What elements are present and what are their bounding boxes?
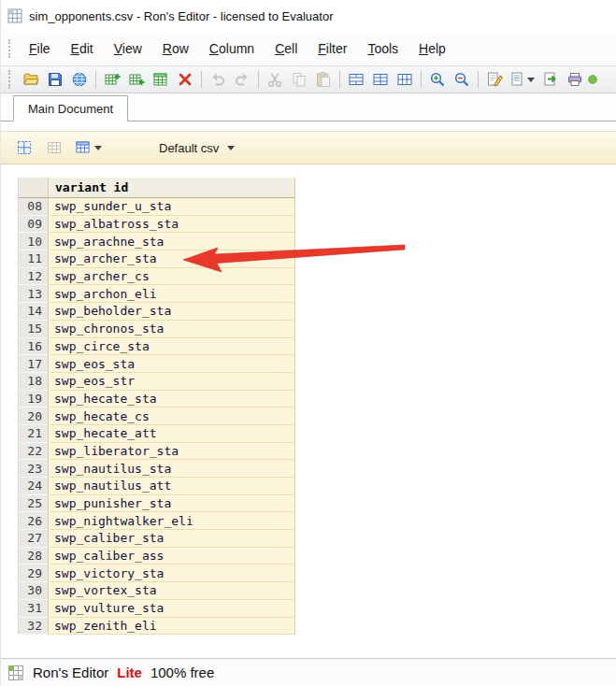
save-button[interactable] (43, 68, 67, 91)
insert-row-below-button[interactable] (124, 68, 149, 91)
overflow-partial-icon (587, 71, 598, 88)
menu-item-column[interactable]: Column (199, 38, 265, 59)
grid-corner-cell[interactable] (18, 178, 48, 198)
split-cells-button[interactable] (368, 68, 393, 91)
menu-item-tools[interactable]: Tools (357, 38, 408, 59)
menu-item-view[interactable]: View (104, 38, 152, 59)
variant-id-cell[interactable]: swp_hecate_sta (48, 391, 295, 408)
variant-id-cell[interactable]: swp_beholder_sta (48, 303, 295, 321)
variant-id-cell[interactable]: swp_sunder_u_sta (48, 198, 295, 216)
publish-button[interactable] (67, 68, 92, 91)
row-number-cell[interactable]: 27 (18, 530, 48, 548)
insert-column-button[interactable] (149, 68, 173, 91)
delete-rows-button[interactable] (173, 68, 197, 91)
variant-id-cell[interactable]: swp_punisher_sta (48, 495, 295, 513)
clear-format-button[interactable] (42, 136, 66, 160)
row-number-cell[interactable]: 13 (18, 285, 48, 303)
row-number-cell[interactable]: 19 (18, 391, 48, 408)
menu-item-filter[interactable]: Filter (308, 38, 357, 59)
row-number-cell[interactable]: 26 (18, 512, 48, 530)
variant-id-cell[interactable]: swp_hecate_att (48, 425, 295, 443)
row-number-cell[interactable]: 10 (18, 233, 48, 250)
status-edition-badge: Lite (117, 665, 142, 680)
cut-scissors-icon (266, 71, 283, 88)
variant-id-cell[interactable]: swp_albatross_sta (48, 216, 295, 234)
row-number-cell[interactable]: 17 (18, 355, 48, 373)
variant-id-cell[interactable]: swp_chronos_sta (48, 321, 295, 338)
toolbar-grip-icon (8, 39, 12, 58)
row-number-cell[interactable]: 16 (18, 338, 48, 356)
select-table-button[interactable] (12, 136, 36, 160)
merge-cells-button[interactable] (344, 68, 368, 91)
variant-id-cell[interactable]: swp_liberator_sta (48, 443, 295, 461)
variant-id-cell[interactable]: swp_archer_cs (48, 268, 295, 286)
open-button[interactable] (19, 68, 43, 91)
edit-cell-button[interactable] (482, 68, 507, 91)
variant-id-cell[interactable]: swp_hecate_cs (48, 407, 295, 425)
variant-id-cell[interactable]: swp_vortex_sta (48, 582, 295, 600)
undo-icon (209, 71, 226, 88)
variant-id-cell[interactable]: swp_nautilus_att (48, 478, 295, 495)
print-button[interactable] (563, 68, 587, 91)
insert-row-above-icon (104, 71, 121, 88)
format-preset-dropdown[interactable]: Default csv (151, 137, 242, 159)
row-number-cell[interactable]: 20 (18, 407, 48, 425)
status-bar: Ron's Editor Lite 100% free (1, 658, 616, 686)
redo-button[interactable] (230, 68, 254, 91)
row-number-cell[interactable]: 08 (18, 198, 48, 216)
zoom-out-button[interactable] (450, 68, 474, 91)
copy-button[interactable] (287, 68, 311, 91)
view-options-button[interactable] (507, 68, 538, 91)
zoom-in-button[interactable] (425, 68, 450, 91)
status-tagline: 100% free (150, 665, 214, 680)
export-arrow-icon (542, 71, 559, 88)
rons-editor-logo-icon (7, 665, 24, 681)
tab-main-document[interactable]: Main Document (13, 95, 128, 121)
variant-id-cell[interactable]: swp_vulture_sta (48, 600, 295, 618)
row-number-cell[interactable]: 11 (18, 250, 48, 268)
undo-button[interactable] (206, 68, 230, 91)
row-number-cell[interactable]: 28 (18, 548, 48, 565)
row-number-cell[interactable]: 15 (18, 321, 48, 338)
row-number-cell[interactable]: 12 (18, 268, 48, 286)
variant-id-cell[interactable]: swp_circe_sta (48, 338, 295, 356)
variant-id-cell[interactable]: swp_nautilus_sta (48, 460, 295, 478)
variant-id-cell[interactable]: swp_caliber_ass (48, 548, 295, 565)
column-header-variant-id[interactable]: variant id (48, 178, 295, 198)
row-number-cell[interactable]: 23 (18, 460, 48, 478)
row-number-cell[interactable]: 32 (18, 618, 48, 636)
cut-button[interactable] (263, 68, 287, 91)
row-number-cell[interactable]: 31 (18, 600, 48, 618)
autofit-columns-button[interactable] (393, 68, 417, 91)
toolbar-separator (421, 71, 422, 88)
export-button[interactable] (538, 68, 563, 91)
menu-item-help[interactable]: Help (408, 38, 456, 59)
variant-id-cell[interactable]: swp_archer_sta (48, 250, 295, 268)
insert-column-icon (152, 71, 169, 88)
menu-item-cell[interactable]: Cell (265, 38, 308, 59)
menu-item-file[interactable]: File (19, 38, 61, 59)
row-number-cell[interactable]: 29 (18, 565, 48, 582)
insert-row-above-button[interactable] (100, 68, 124, 91)
variant-id-cell[interactable]: swp_caliber_sta (48, 530, 295, 548)
row-number-cell[interactable]: 25 (18, 495, 48, 513)
menu-item-edit[interactable]: Edit (61, 38, 104, 59)
row-number-cell[interactable]: 09 (18, 216, 48, 234)
toolbar-overflow-button[interactable] (587, 68, 598, 91)
row-number-cell[interactable]: 24 (18, 478, 48, 495)
row-number-cell[interactable]: 21 (18, 425, 48, 443)
row-number-cell[interactable]: 22 (18, 443, 48, 461)
variant-id-cell[interactable]: swp_eos_str (48, 373, 295, 391)
row-number-cell[interactable]: 18 (18, 373, 48, 391)
variant-id-cell[interactable]: swp_zenith_eli (48, 618, 295, 636)
menu-item-row[interactable]: Row (152, 38, 199, 59)
variant-id-cell[interactable]: swp_victory_sta (48, 565, 295, 582)
table-style-button[interactable] (72, 136, 105, 160)
variant-id-cell[interactable]: swp_eos_sta (48, 355, 295, 373)
variant-id-cell[interactable]: swp_nightwalker_eli (48, 512, 295, 530)
variant-id-cell[interactable]: swp_arachne_sta (48, 233, 295, 250)
variant-id-cell[interactable]: swp_archon_eli (48, 285, 295, 303)
row-number-cell[interactable]: 30 (18, 582, 48, 600)
row-number-cell[interactable]: 14 (18, 303, 48, 321)
paste-button[interactable] (311, 68, 336, 91)
